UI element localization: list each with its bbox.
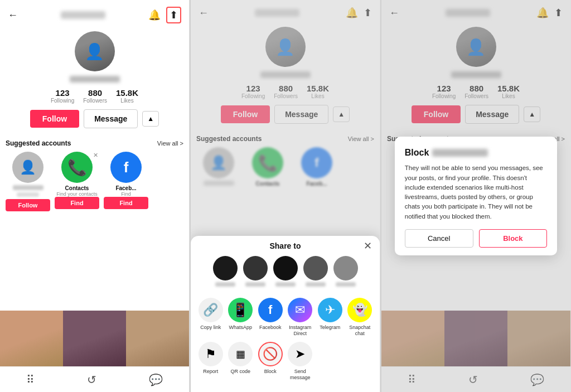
share-contact-3[interactable]: [273, 256, 298, 287]
view-all-2[interactable]: View all >: [348, 135, 374, 142]
username-blur-2: [255, 9, 299, 17]
sug-sub-blur-1: [17, 192, 39, 197]
share-app-qrcode[interactable]: ▦ QR code: [228, 342, 254, 381]
more-button-1[interactable]: ▲: [142, 111, 159, 127]
message-button-2[interactable]: Message: [274, 105, 328, 124]
cancel-block-button[interactable]: Cancel: [405, 229, 473, 248]
share-avatar-circle-3: [273, 256, 298, 280]
profile-section-1: 👤 123 Following 880 Followers 15.8K Like…: [0, 28, 189, 136]
qr-code-icon: ▦: [228, 342, 253, 366]
bottom-nav-1: ⠿ ↺ 💬: [0, 366, 189, 392]
send-message-label: Send message: [287, 369, 314, 381]
bell-icon-2[interactable]: 🔔: [346, 7, 358, 19]
more-button-2[interactable]: ▲: [333, 107, 350, 122]
sug-av-2c: f: [301, 147, 332, 178]
sug-name-2a: [204, 181, 234, 186]
avatar-inner-1: 👤: [75, 31, 115, 71]
bell-icon-1[interactable]: 🔔: [148, 9, 161, 21]
share-name-3: [275, 282, 296, 287]
stat-followers-2: 880 Followers: [274, 84, 298, 99]
sug-av-2b: 📞: [252, 147, 283, 178]
followers-num-1: 880: [88, 88, 102, 98]
suggested-avatar-person-1: 👤: [12, 152, 43, 183]
follow-suggested-button-1[interactable]: Follow: [6, 199, 50, 211]
suggested-header-1: Suggested accounts View all >: [0, 136, 189, 149]
share-modal: Share to ✕: [191, 236, 380, 392]
panel-3: ← 🔔 ⬆ 👤 123 Following 880 Followers 15.8…: [381, 0, 571, 392]
back-icon-2[interactable]: ←: [199, 7, 209, 19]
whatsapp-label: WhatsApp: [229, 325, 252, 331]
block-dialog-overlay: Block They will not be able to send you …: [381, 0, 570, 392]
message-button-1[interactable]: Message: [84, 109, 138, 128]
report-label: Report: [203, 369, 218, 375]
share-app-whatsapp[interactable]: 📱 WhatsApp: [228, 298, 254, 337]
contacts-sub-1: Find your contacts: [56, 191, 98, 197]
send-message-icon: ➤: [288, 342, 312, 366]
share-avatar-circle-2: [243, 256, 268, 280]
confirm-block-button[interactable]: Block: [479, 229, 548, 248]
share-name-1: [215, 282, 235, 287]
close-contacts-1[interactable]: ✕: [93, 152, 98, 159]
share-app-snapchat[interactable]: 👻 Snapchat chat: [347, 298, 374, 337]
share-app-instagram[interactable]: ✉ Instagram Direct: [287, 298, 314, 337]
share-app-sendmsg[interactable]: ➤ Send message: [287, 342, 314, 381]
username-display-2: [260, 71, 311, 78]
block-dialog-actions: Cancel Block: [405, 229, 548, 248]
panel-1: ← 🔔 ⬆ 👤 123 Following 880 Followers 15.8…: [0, 0, 190, 392]
view-all-1[interactable]: View all >: [157, 140, 183, 147]
share-app-facebook[interactable]: f Facebook: [257, 298, 284, 337]
facebook-label: Facebook: [259, 325, 282, 331]
share-name-5: [336, 282, 356, 287]
followers-num-2: 880: [279, 84, 293, 93]
share-app-copylink[interactable]: 🔗 Copy link: [197, 298, 224, 337]
following-label-2: Following: [241, 93, 265, 99]
share-contact-1[interactable]: [213, 256, 238, 287]
suggested-list-2: 👤 📞 Contacts f Faceb...: [191, 145, 380, 192]
back-icon-1[interactable]: ←: [8, 9, 18, 21]
video-thumb-1a: [0, 311, 63, 366]
suggested-card-contacts-1: ✕ 📞 Contacts Find your contacts Find: [55, 152, 99, 209]
share-avatar-circle-1: [213, 256, 238, 280]
following-num-1: 123: [56, 88, 70, 98]
follow-button-1[interactable]: Follow: [30, 110, 79, 128]
share-contact-4[interactable]: [303, 256, 328, 287]
telegram-icon: ✈: [318, 298, 342, 322]
find-contacts-button-1[interactable]: Find: [55, 197, 99, 209]
block-dialog-title-text: Block: [405, 148, 429, 158]
share-icon-1[interactable]: ⬆: [166, 7, 181, 23]
followers-label-1: Followers: [83, 98, 107, 104]
follow-button-2[interactable]: Follow: [221, 105, 270, 123]
block-label: Block: [264, 369, 277, 375]
fb-sub-1: Find: [121, 191, 131, 197]
copy-link-icon: 🔗: [199, 298, 223, 322]
block-dialog-title: Block: [405, 148, 548, 158]
snapchat-label: Snapchat chat: [347, 325, 374, 337]
share-contact-2[interactable]: [243, 256, 268, 287]
likes-label-2: Likes: [311, 93, 324, 99]
suggested-list-1: 👤 Follow ✕ 📞 Contacts Find your contacts…: [0, 149, 189, 216]
share-avatars-row: [191, 256, 380, 292]
share-name-4: [306, 282, 326, 287]
share-avatar-circle-5: [333, 256, 358, 280]
find-fb-button-1[interactable]: Find: [104, 197, 148, 209]
suggested-avatar-contacts-1: 📞: [61, 152, 93, 183]
inbox-icon-1[interactable]: 💬: [149, 373, 163, 386]
instagram-icon: ✉: [288, 298, 312, 322]
action-row-2: Follow Message ▲: [196, 105, 374, 124]
facebook-icon: f: [258, 298, 283, 322]
copy-link-label: Copy link: [200, 325, 221, 331]
suggested-title-2: Suggested accounts: [196, 135, 262, 143]
share-app-telegram[interactable]: ✈ Telegram: [317, 298, 343, 337]
share-icon-2[interactable]: ⬆: [364, 7, 372, 19]
whatsapp-icon: 📱: [228, 298, 253, 322]
share-contact-5[interactable]: [333, 256, 358, 287]
stats-row-1: 123 Following 880 Followers 15.8K Likes: [51, 88, 138, 104]
discover-icon-1[interactable]: ↺: [87, 373, 96, 386]
share-app-report[interactable]: ⚑ Report: [197, 342, 224, 381]
share-app-block[interactable]: 🚫 Block: [257, 342, 284, 381]
share-avatar-circle-4: [303, 256, 328, 280]
home-icon-1[interactable]: ⠿: [26, 373, 35, 386]
video-thumb-1b: [63, 311, 126, 366]
modal-close-button[interactable]: ✕: [364, 240, 372, 252]
qr-code-label: QR code: [230, 369, 250, 375]
